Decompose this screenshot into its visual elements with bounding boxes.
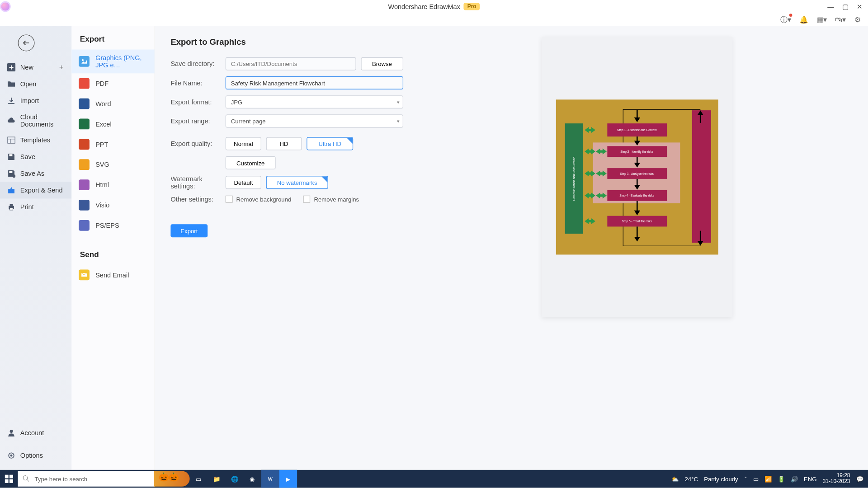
start-button[interactable]: [0, 470, 18, 488]
minimize-button[interactable]: —: [827, 3, 834, 10]
back-button[interactable]: [18, 35, 35, 52]
plus-box-icon: [7, 63, 15, 71]
rail-account[interactable]: Account: [0, 425, 71, 441]
diagram-step-1: Step 1 - Establish the Context: [607, 123, 667, 136]
avatar[interactable]: [0, 1, 11, 12]
tray-wifi-icon[interactable]: 📶: [764, 475, 772, 482]
rail-new[interactable]: New ＋: [0, 58, 71, 75]
tray-lang[interactable]: ENG: [804, 475, 817, 482]
export-button[interactable]: Export: [170, 224, 208, 237]
rail-saveas[interactable]: Save As: [0, 165, 71, 182]
rail-open[interactable]: Open: [0, 76, 71, 93]
label-dir: Save directory:: [170, 60, 225, 67]
watermark-none[interactable]: No watermarks: [266, 176, 328, 189]
quality-ultra[interactable]: Ultra HD: [307, 137, 353, 150]
svg-rect-7: [10, 204, 13, 206]
fmt-label: Graphics (PNG, JPG e…: [95, 54, 147, 69]
bell-icon[interactable]: 🔔: [799, 15, 808, 23]
browse-button[interactable]: Browse: [361, 57, 403, 70]
quality-customize[interactable]: Customize: [226, 156, 276, 169]
remove-margins-checkbox[interactable]: Remove margins: [303, 196, 359, 203]
rail-print[interactable]: Print: [0, 198, 71, 215]
taskbar-search[interactable]: Type here to search: [18, 471, 156, 486]
taskview-icon[interactable]: ▭: [190, 470, 208, 488]
send-heading: Send: [71, 250, 154, 265]
fmt-label: PDF: [95, 80, 108, 87]
email-icon: [79, 269, 90, 280]
weather-icon[interactable]: ⛅: [671, 475, 679, 482]
help-icon[interactable]: ⓘ▾: [780, 14, 791, 24]
search-icon: [23, 475, 30, 483]
fmt-word[interactable]: Word: [71, 94, 154, 114]
chrome-icon[interactable]: ◉: [243, 470, 261, 488]
tray-meet-icon[interactable]: ▭: [753, 475, 759, 482]
print-icon: [7, 203, 15, 211]
fmt-graphics[interactable]: Graphics (PNG, JPG e…: [71, 50, 154, 74]
rail-cloud[interactable]: Cloud Documents: [0, 109, 71, 131]
svg-point-19: [23, 476, 28, 480]
diagram-step-3: Step 3 - Analyse the risks: [607, 168, 667, 179]
settings-icon[interactable]: ⚙: [854, 15, 861, 23]
html-icon: [79, 179, 90, 190]
pro-badge: Pro: [464, 3, 480, 10]
plus-icon[interactable]: ＋: [58, 63, 65, 72]
remove-bg-checkbox[interactable]: Remove background: [226, 196, 292, 203]
rail-import[interactable]: Import: [0, 93, 71, 109]
edrawmax-icon[interactable]: ▶: [279, 470, 297, 488]
maximize-button[interactable]: ▢: [842, 3, 848, 10]
tray-battery-icon[interactable]: 🔋: [778, 475, 785, 482]
diagram-step-4: Step 4 - Evaluate the risks: [607, 190, 667, 201]
watermark-default[interactable]: Default: [226, 176, 261, 189]
dir-input[interactable]: [226, 57, 356, 70]
cart-icon[interactable]: 🛍▾: [835, 15, 846, 23]
fmt-pseps[interactable]: PS/EPS: [71, 215, 154, 235]
fmt-label: PS/EPS: [95, 222, 119, 229]
export-heading: Export: [71, 35, 154, 50]
tray-volume-icon[interactable]: 🔊: [791, 475, 798, 482]
filename-input[interactable]: [226, 76, 403, 89]
preview-box: Communication and Consultation Step 1 - …: [542, 37, 732, 317]
diagram-leftbar-text: Communication and Consultation: [572, 157, 576, 201]
rail-label: Account: [20, 429, 44, 436]
range-select[interactable]: Current page: [226, 114, 403, 127]
format-select[interactable]: JPG: [226, 95, 403, 108]
word-icon: [79, 99, 90, 109]
rail-label: Cloud Documents: [20, 113, 65, 128]
quality-hd[interactable]: HD: [266, 137, 302, 150]
tray-chevron-icon[interactable]: ˄: [744, 475, 747, 482]
diagram-step-2: Step 2 - Identify the risks: [607, 146, 667, 157]
fmt-excel[interactable]: Excel: [71, 114, 154, 134]
send-email[interactable]: Send Email: [71, 265, 154, 285]
fmt-visio[interactable]: Visio: [71, 195, 154, 216]
fmt-label: PPT: [95, 141, 108, 148]
rail-options[interactable]: Options: [0, 447, 71, 464]
fmt-pdf[interactable]: PDF: [71, 73, 154, 94]
pumpkin-decoration: [154, 471, 189, 486]
tray-notifications-icon[interactable]: 💬: [856, 475, 863, 482]
titlebar: Wondershare EdrawMax Pro — ▢ ✕: [0, 0, 868, 13]
fmt-label: Html: [95, 181, 109, 188]
fmt-svg[interactable]: SVG: [71, 155, 154, 175]
ppt-icon: [79, 139, 90, 150]
label-format: Export format:: [170, 99, 225, 106]
rail-label: Save: [20, 153, 35, 160]
taskbar-clock[interactable]: 19:28 31-10-2023: [823, 473, 850, 485]
fmt-ppt[interactable]: PPT: [71, 134, 154, 155]
rail-save[interactable]: Save: [0, 149, 71, 165]
fmt-label: Excel: [95, 121, 112, 128]
explorer-icon[interactable]: 📁: [208, 470, 226, 488]
svg-icon: [79, 159, 90, 170]
edge-icon[interactable]: 🌐: [226, 470, 244, 488]
close-button[interactable]: ✕: [857, 3, 862, 10]
qr-icon[interactable]: ▦▾: [817, 15, 827, 23]
quality-normal[interactable]: Normal: [226, 137, 261, 150]
svg-rect-16: [9, 474, 13, 478]
word-icon[interactable]: W: [261, 470, 279, 488]
form-title: Export to Graphics: [170, 37, 403, 47]
rail-exportsend[interactable]: Export & Send: [0, 182, 71, 198]
rail-templates[interactable]: Templates: [0, 132, 71, 149]
svg-rect-17: [5, 479, 9, 483]
fmt-html[interactable]: Html: [71, 175, 154, 195]
label-watermark: Watermark settings:: [170, 175, 225, 190]
fmt-label: Word: [95, 100, 111, 108]
